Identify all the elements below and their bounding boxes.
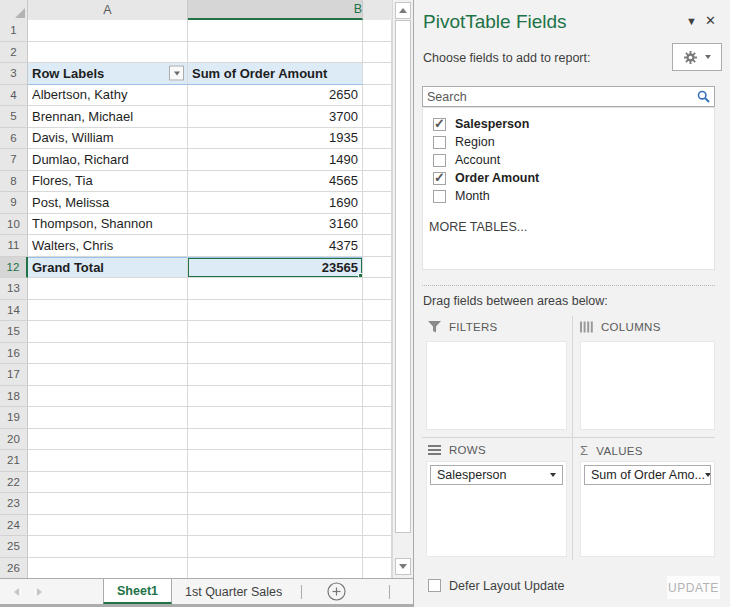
row-header[interactable]: 12 xyxy=(0,257,28,279)
cell[interactable] xyxy=(363,429,392,451)
scrollbar-thumb[interactable] xyxy=(395,20,411,533)
next-sheet-icon[interactable] xyxy=(37,588,42,596)
salesperson-cell[interactable]: Brennan, Michael xyxy=(28,106,188,128)
row-header[interactable]: 15 xyxy=(0,321,28,343)
cell[interactable] xyxy=(363,257,392,279)
row-header[interactable]: 8 xyxy=(0,171,28,193)
row-header[interactable]: 1 xyxy=(0,20,28,42)
cell[interactable] xyxy=(188,278,363,300)
search-icon[interactable] xyxy=(697,90,710,103)
cell[interactable] xyxy=(28,278,188,300)
amount-cell[interactable]: 1490 xyxy=(188,149,363,171)
rows-drop-area[interactable]: Salesperson xyxy=(426,461,567,557)
cell[interactable] xyxy=(188,558,363,579)
cell[interactable] xyxy=(363,63,392,85)
field-item[interactable]: Account xyxy=(423,151,714,169)
chevron-down-icon[interactable] xyxy=(705,473,711,477)
cell[interactable] xyxy=(188,536,363,558)
field-item[interactable]: Order Amount xyxy=(423,169,714,187)
amount-cell[interactable]: 1935 xyxy=(188,128,363,150)
cell[interactable] xyxy=(28,20,188,42)
prev-sheet-icon[interactable] xyxy=(14,588,19,596)
amount-cell[interactable]: 4375 xyxy=(188,235,363,257)
field-checkbox[interactable] xyxy=(433,154,446,167)
row-header[interactable]: 9 xyxy=(0,192,28,214)
vertical-scrollbar[interactable] xyxy=(392,0,413,578)
row-header[interactable]: 24 xyxy=(0,515,28,537)
row-header[interactable]: 11 xyxy=(0,235,28,257)
cell[interactable] xyxy=(28,450,188,472)
cell[interactable] xyxy=(363,149,392,171)
chevron-down-icon[interactable] xyxy=(550,473,556,477)
cell[interactable] xyxy=(28,364,188,386)
column-header-b[interactable]: B xyxy=(188,0,363,20)
values-drop-area[interactable]: Sum of Order Amo... xyxy=(580,461,715,557)
columns-drop-area[interactable] xyxy=(580,341,715,430)
row-header[interactable]: 18 xyxy=(0,386,28,408)
cell[interactable] xyxy=(363,450,392,472)
cell[interactable]: Row Labels xyxy=(28,63,188,85)
chevron-down-icon[interactable]: ▼ xyxy=(686,15,697,27)
cell[interactable] xyxy=(188,20,363,42)
cell[interactable] xyxy=(363,321,392,343)
grand-total-label-cell[interactable]: Grand Total xyxy=(28,257,188,279)
active-cell[interactable]: 23565 xyxy=(188,257,363,279)
scroll-up-button[interactable] xyxy=(395,2,411,19)
column-header-stub[interactable] xyxy=(363,0,392,20)
row-header[interactable]: 2 xyxy=(0,42,28,64)
row-header[interactable]: 7 xyxy=(0,149,28,171)
row-header[interactable]: 13 xyxy=(0,278,28,300)
cell[interactable] xyxy=(28,321,188,343)
cell[interactable] xyxy=(188,472,363,494)
row-header[interactable]: 25 xyxy=(0,536,28,558)
cell[interactable] xyxy=(28,386,188,408)
cell[interactable] xyxy=(363,85,392,107)
cell[interactable] xyxy=(188,321,363,343)
cell[interactable] xyxy=(28,429,188,451)
amount-cell[interactable]: 1690 xyxy=(188,192,363,214)
amount-cell[interactable]: 2650 xyxy=(188,85,363,107)
row-header[interactable]: 3 xyxy=(0,63,28,85)
cell[interactable] xyxy=(28,42,188,64)
cell[interactable] xyxy=(188,429,363,451)
cell[interactable] xyxy=(28,558,188,579)
field-item[interactable]: Salesperson xyxy=(423,115,714,133)
cell[interactable] xyxy=(28,515,188,537)
cell[interactable] xyxy=(188,515,363,537)
salesperson-cell[interactable]: Flores, Tia xyxy=(28,171,188,193)
cell[interactable] xyxy=(363,472,392,494)
row-header[interactable]: 19 xyxy=(0,407,28,429)
cell[interactable] xyxy=(28,300,188,322)
close-icon[interactable]: ✕ xyxy=(705,13,716,28)
sheet-tab-1st-quarter-sales[interactable]: 1st Quarter Sales xyxy=(172,579,295,604)
cell[interactable] xyxy=(28,536,188,558)
salesperson-cell[interactable]: Post, Melissa xyxy=(28,192,188,214)
cell[interactable] xyxy=(28,493,188,515)
cell[interactable] xyxy=(363,214,392,236)
cell[interactable] xyxy=(28,343,188,365)
salesperson-cell[interactable]: Thompson, Shannon xyxy=(28,214,188,236)
scroll-down-button[interactable] xyxy=(395,558,411,575)
pivot-filter-button[interactable] xyxy=(169,66,184,81)
cell[interactable] xyxy=(363,558,392,579)
row-header[interactable]: 22 xyxy=(0,472,28,494)
cell[interactable] xyxy=(363,20,392,42)
cell[interactable] xyxy=(363,364,392,386)
row-header[interactable]: 16 xyxy=(0,343,28,365)
cell[interactable] xyxy=(363,515,392,537)
cell[interactable] xyxy=(363,407,392,429)
cell[interactable] xyxy=(188,343,363,365)
cell[interactable] xyxy=(188,386,363,408)
field-checkbox[interactable] xyxy=(433,190,446,203)
cell[interactable] xyxy=(363,128,392,150)
cell[interactable] xyxy=(363,493,392,515)
row-header[interactable]: 6 xyxy=(0,128,28,150)
search-input[interactable] xyxy=(423,90,697,104)
cell[interactable] xyxy=(28,472,188,494)
cell[interactable] xyxy=(188,450,363,472)
cell[interactable] xyxy=(363,171,392,193)
row-header[interactable]: 20 xyxy=(0,429,28,451)
rows-field-pill[interactable]: Salesperson xyxy=(430,465,563,485)
row-header[interactable]: 4 xyxy=(0,85,28,107)
cell[interactable] xyxy=(363,42,392,64)
